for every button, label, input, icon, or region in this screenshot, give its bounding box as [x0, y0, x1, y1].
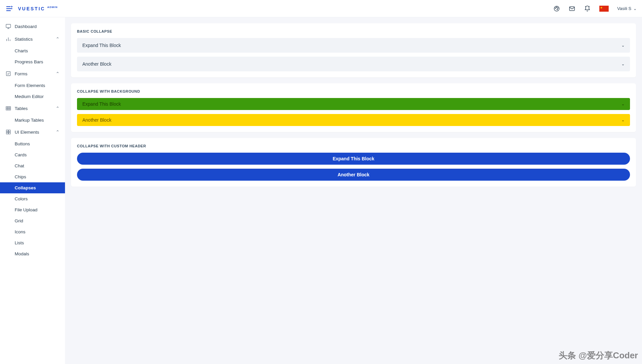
collapse-label: Another Block — [82, 117, 111, 123]
chevron-down-icon: ⌄ — [621, 43, 625, 48]
svg-rect-24 — [9, 132, 10, 134]
card-title: COLLAPSE WITH BACKGROUND — [77, 89, 630, 93]
sidebar-item-forms[interactable]: Forms ⌃ — [0, 67, 65, 80]
card-basic-collapse: BASIC COLLAPSE Expand This Block ⌄ Anoth… — [71, 23, 636, 77]
chevron-down-icon: ⌄ — [621, 102, 625, 106]
collapse-expand-block[interactable]: Expand This Block ⌄ — [77, 38, 630, 53]
sidebar-item-icons[interactable]: Icons — [0, 226, 65, 237]
card-title: BASIC COLLAPSE — [77, 29, 630, 33]
sidebar-item-progress-bars[interactable]: Progress Bars — [0, 56, 65, 67]
collapse-pill-expand[interactable]: Expand This Block — [77, 153, 630, 165]
card-collapse-bg: COLLAPSE WITH BACKGROUND Expand This Blo… — [71, 83, 636, 132]
sidebar-item-cards[interactable]: Cards — [0, 149, 65, 160]
sidebar-item-markup-tables[interactable]: Markup Tables — [0, 115, 65, 126]
sidebar-label: Tables — [15, 106, 28, 111]
sidebar-label: UI Elements — [15, 130, 39, 135]
sidebar-item-lists[interactable]: Lists — [0, 237, 65, 248]
sidebar-item-tables[interactable]: Tables ⌃ — [0, 102, 65, 115]
sidebar-item-chat[interactable]: Chat — [0, 160, 65, 171]
palette-icon[interactable] — [553, 5, 560, 12]
chevron-up-icon: ⌃ — [56, 106, 60, 111]
sidebar-item-dashboard[interactable]: Dashboard — [0, 20, 65, 33]
logo[interactable]: VUESTIC ADMIN — [18, 6, 58, 11]
logo-text: VUESTIC — [18, 6, 45, 11]
svg-point-6 — [557, 8, 558, 8]
sidebar-item-modals[interactable]: Modals — [0, 248, 65, 259]
collapse-label: Expand This Block — [82, 101, 121, 107]
sidebar-label: Dashboard — [15, 24, 37, 29]
sidebar-item-charts[interactable]: Charts — [0, 45, 65, 56]
dashboard-icon — [5, 23, 11, 29]
sidebar: Dashboard Statistics ⌃ Charts Progress B… — [0, 17, 65, 364]
bell-icon[interactable] — [584, 5, 591, 12]
sidebar-item-file-upload[interactable]: File Upload — [0, 204, 65, 215]
sidebar-item-chips[interactable]: Chips — [0, 171, 65, 182]
svg-rect-22 — [9, 130, 10, 132]
chart-icon — [5, 36, 11, 42]
collapse-label: Another Block — [82, 61, 111, 67]
sidebar-item-statistics[interactable]: Statistics ⌃ — [0, 33, 65, 45]
sidebar-label: Statistics — [15, 37, 33, 42]
chevron-down-icon: ⌄ — [621, 118, 625, 122]
sidebar-label: Forms — [15, 71, 27, 76]
sidebar-item-grid[interactable]: Grid — [0, 215, 65, 226]
sidebar-item-collapses[interactable]: Collapses — [0, 182, 65, 193]
svg-point-7 — [557, 9, 557, 10]
chevron-up-icon: ⌃ — [56, 36, 60, 42]
svg-point-4 — [555, 8, 556, 8]
collapse-pill-another[interactable]: Another Block — [77, 169, 630, 181]
collapse-another-block[interactable]: Another Block ⌄ — [77, 57, 630, 71]
form-icon — [5, 71, 11, 77]
flag-cn[interactable] — [599, 6, 609, 12]
sidebar-item-buttons[interactable]: Buttons — [0, 138, 65, 149]
sidebar-item-medium-editor[interactable]: Medium Editor — [0, 91, 65, 102]
chevron-up-icon: ⌃ — [56, 129, 60, 135]
collapse-another-block-yellow[interactable]: Another Block ⌄ — [77, 114, 630, 126]
user-menu[interactable]: Vasili S ⌄ — [617, 6, 637, 11]
collapse-label: Expand This Block — [333, 156, 374, 161]
collapse-label: Expand This Block — [82, 43, 121, 48]
card-title: COLLAPSE WITH CUSTOM HEADER — [77, 144, 630, 148]
collapse-expand-block-green[interactable]: Expand This Block ⌄ — [77, 98, 630, 110]
content: BASIC COLLAPSE Expand This Block ⌄ Anoth… — [65, 17, 642, 364]
chevron-down-icon: ⌄ — [633, 6, 637, 11]
mail-icon[interactable] — [569, 5, 575, 12]
sidebar-item-form-elements[interactable]: Form Elements — [0, 80, 65, 91]
svg-rect-21 — [6, 130, 8, 132]
svg-rect-16 — [6, 107, 11, 110]
user-name: Vasili S — [617, 6, 631, 11]
table-icon — [5, 105, 11, 111]
grid-icon — [5, 129, 11, 135]
svg-rect-15 — [6, 72, 10, 76]
topbar: VUESTIC ADMIN Vasili S ⌄ — [0, 0, 642, 17]
svg-rect-9 — [6, 24, 11, 28]
chevron-down-icon: ⌄ — [621, 62, 625, 66]
logo-suffix: ADMIN — [47, 6, 58, 9]
chevron-up-icon: ⌃ — [56, 71, 60, 76]
svg-rect-23 — [6, 132, 8, 134]
collapse-label: Another Block — [338, 172, 370, 177]
svg-point-5 — [556, 7, 557, 7]
sidebar-item-colors[interactable]: Colors — [0, 193, 65, 204]
menu-toggle-icon[interactable] — [5, 5, 13, 13]
card-collapse-custom: COLLAPSE WITH CUSTOM HEADER Expand This … — [71, 138, 636, 187]
sidebar-item-ui-elements[interactable]: UI Elements ⌃ — [0, 126, 65, 138]
